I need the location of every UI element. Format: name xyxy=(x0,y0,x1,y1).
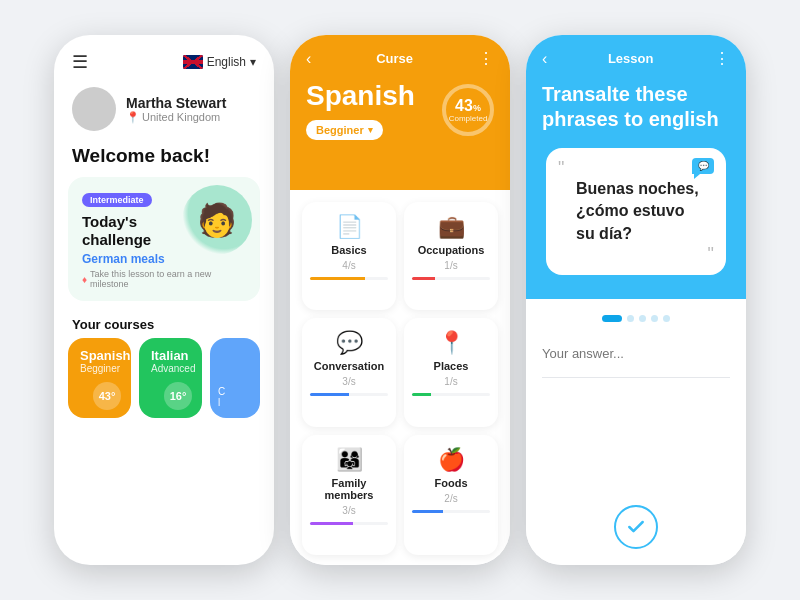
basics-icon: 📄 xyxy=(336,214,363,240)
chevron-down-icon: ▾ xyxy=(250,55,256,69)
more-options-icon[interactable]: ⋮ xyxy=(714,49,730,68)
italian-course-card[interactable]: Italian Advanced 16° xyxy=(139,338,202,418)
spanish-course-card[interactable]: Spanish Begginer 43° xyxy=(68,338,131,418)
slide-dots xyxy=(526,305,746,328)
flag-icon xyxy=(183,55,203,69)
lesson-progress-bar xyxy=(412,277,490,280)
diamond-icon: ♦ xyxy=(82,274,87,285)
lesson-name: Family members xyxy=(310,477,388,501)
courses-row: Spanish Begginer 43° Italian Advanced 16… xyxy=(54,338,274,418)
avatar xyxy=(72,87,116,131)
lesson-progress-bar xyxy=(310,522,388,525)
check-icon xyxy=(626,517,646,537)
more-label: Cl xyxy=(218,386,252,408)
more-options-icon[interactable]: ⋮ xyxy=(478,49,494,68)
menu-icon[interactable]: ☰ xyxy=(72,51,88,73)
conversation-icon: 💬 xyxy=(336,330,363,356)
occupations-icon: 💼 xyxy=(438,214,465,240)
family-icon: 👨‍👩‍👧 xyxy=(336,447,363,473)
course-language: Italian xyxy=(151,348,190,363)
lesson-name: Foods xyxy=(435,477,468,489)
dot-1 xyxy=(602,315,622,322)
course-hero: Spanish Begginer ▾ 43% Completed xyxy=(290,68,510,190)
lesson-progress-bar xyxy=(412,510,490,513)
phone-lesson: ‹ Lesson ⋮ Transalte these phrases to en… xyxy=(526,35,746,565)
language-label: English xyxy=(207,55,246,69)
challenge-description: ♦ Take this lesson to earn a new milesto… xyxy=(82,269,246,289)
character-illustration: 🧑 xyxy=(182,185,252,255)
lesson-name: Occupations xyxy=(418,244,485,256)
lesson-instruction: Transalte these phrases to english xyxy=(542,82,730,132)
lesson-foods[interactable]: 🍎 Foods 2/s xyxy=(404,435,498,555)
course-level: Begginer xyxy=(80,363,119,374)
dot-3 xyxy=(639,315,646,322)
completion-label: Completed xyxy=(449,114,488,123)
lesson-conversation[interactable]: 💬 Conversation 3/s xyxy=(302,318,396,426)
difficulty-badge: Intermediate xyxy=(82,193,152,207)
welcome-heading: Welcome back! xyxy=(54,141,274,177)
lesson-progress-bar xyxy=(310,277,388,280)
places-icon: 📍 xyxy=(438,330,465,356)
dot-4 xyxy=(651,315,658,322)
lesson-progress-bar xyxy=(412,393,490,396)
user-profile: Martha Stewart 📍 United Kingdom xyxy=(54,81,274,141)
courses-label: Your courses xyxy=(54,313,274,338)
lesson-family-members[interactable]: 👨‍👩‍👧 Family members 3/s xyxy=(302,435,396,555)
lesson-count: 3/s xyxy=(342,505,355,516)
chat-icon: 💬 xyxy=(692,158,714,174)
quote-close-icon: " xyxy=(708,244,714,265)
lesson-header-title: Lesson xyxy=(608,51,654,66)
phone-home: ☰ English ▾ Martha Stewart 📍 United King… xyxy=(54,35,274,565)
phrase-text: Buenas noches, ¿cómo estuvo su día? xyxy=(560,162,712,261)
lesson-places[interactable]: 📍 Places 1/s xyxy=(404,318,498,426)
lesson-name: Places xyxy=(434,360,469,372)
level-badge[interactable]: Begginer ▾ xyxy=(306,120,383,140)
course-progress: 43° xyxy=(93,382,121,410)
lesson-progress-bar xyxy=(310,393,388,396)
home-header: ☰ English ▾ xyxy=(54,35,274,81)
back-button[interactable]: ‹ xyxy=(306,50,311,68)
lesson-occupations[interactable]: 💼 Occupations 1/s xyxy=(404,202,498,310)
divider xyxy=(542,377,730,378)
foods-icon: 🍎 xyxy=(438,447,465,473)
course-header-title: Curse xyxy=(376,51,413,66)
completion-circle: 43% Completed xyxy=(442,84,494,136)
lesson-count: 4/s xyxy=(342,260,355,271)
more-courses-card[interactable]: Cl xyxy=(210,338,260,418)
user-name: Martha Stewart xyxy=(126,95,226,111)
lesson-name: Conversation xyxy=(314,360,384,372)
lesson-count: 2/s xyxy=(444,493,457,504)
lesson-count: 1/s xyxy=(444,376,457,387)
dot-5 xyxy=(663,315,670,322)
quote-open-icon: " xyxy=(558,158,564,179)
lesson-basics[interactable]: 📄 Basics 4/s xyxy=(302,202,396,310)
completion-percent: 43% xyxy=(455,98,481,114)
submit-area xyxy=(526,505,746,565)
phone-course: ‹ Curse ⋮ Spanish Begginer ▾ 43% Complet… xyxy=(290,35,510,565)
phrase-card: " 💬 Buenas noches, ¿cómo estuvo su día? … xyxy=(546,148,726,275)
user-location: 📍 United Kingdom xyxy=(126,111,226,124)
lessons-grid: 📄 Basics 4/s 💼 Occupations 1/s 💬 Convers… xyxy=(290,194,510,565)
answer-input[interactable] xyxy=(542,346,730,361)
lesson-body: Transalte these phrases to english " 💬 B… xyxy=(526,82,746,299)
chevron-down-icon: ▾ xyxy=(368,125,373,135)
course-header: ‹ Curse ⋮ xyxy=(290,35,510,68)
challenge-card[interactable]: Intermediate Today'schallenge German mea… xyxy=(68,177,260,301)
dot-2 xyxy=(627,315,634,322)
lesson-count: 3/s xyxy=(342,376,355,387)
lesson-count: 1/s xyxy=(444,260,457,271)
course-level: Advanced xyxy=(151,363,190,374)
course-language: Spanish xyxy=(80,348,119,363)
location-icon: 📍 xyxy=(126,111,140,124)
back-button[interactable]: ‹ xyxy=(542,50,547,68)
lesson-name: Basics xyxy=(331,244,366,256)
course-progress: 16° xyxy=(164,382,192,410)
submit-button[interactable] xyxy=(614,505,658,549)
language-selector[interactable]: English ▾ xyxy=(183,55,256,69)
answer-area xyxy=(526,330,746,505)
user-info: Martha Stewart 📍 United Kingdom xyxy=(126,95,226,124)
lesson-content xyxy=(526,299,746,330)
lesson-header: ‹ Lesson ⋮ xyxy=(526,35,746,82)
